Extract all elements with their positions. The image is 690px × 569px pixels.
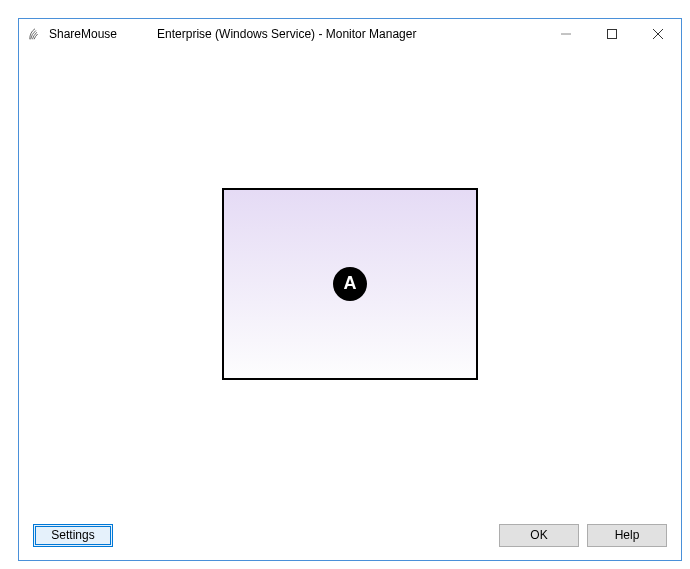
window-controls [543,19,681,49]
maximize-button[interactable] [589,19,635,49]
settings-button[interactable]: Settings [33,524,113,547]
footer: Settings OK Help [19,518,681,560]
help-button[interactable]: Help [587,524,667,547]
monitor-label: A [344,273,357,294]
svg-rect-1 [608,30,617,39]
app-name: ShareMouse [49,27,117,41]
app-icon [27,26,43,42]
window: ShareMouse Enterprise (Windows Service) … [18,18,682,561]
titlebar: ShareMouse Enterprise (Windows Service) … [19,19,681,49]
minimize-button[interactable] [543,19,589,49]
monitor-badge: A [333,267,367,301]
window-subtitle: Enterprise (Windows Service) - Monitor M… [157,27,416,41]
monitor-a[interactable]: A [222,188,478,380]
ok-button[interactable]: OK [499,524,579,547]
monitor-canvas[interactable]: A [19,49,681,518]
close-button[interactable] [635,19,681,49]
